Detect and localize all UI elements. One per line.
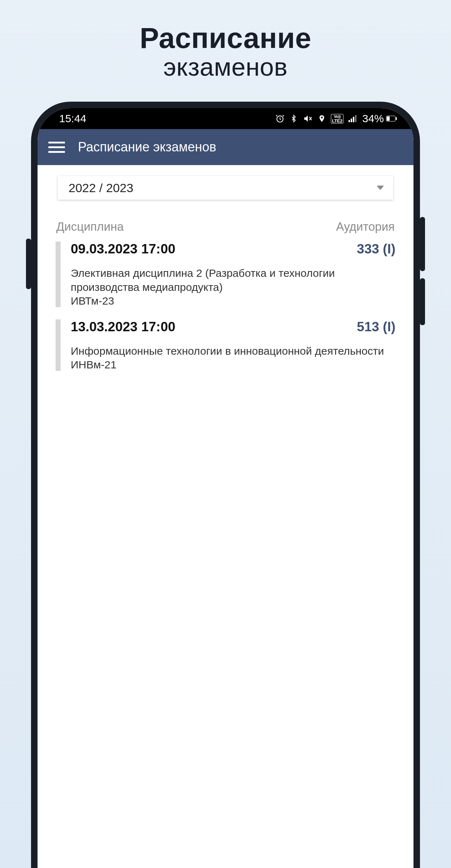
header-discipline: Дисциплина xyxy=(56,220,124,234)
alarm-icon xyxy=(275,114,285,123)
exam-room: 333 (I) xyxy=(357,242,395,257)
signal-icon xyxy=(349,115,357,122)
exam-datetime: 09.03.2023 17:00 xyxy=(71,242,175,257)
phone-side-button-left xyxy=(26,239,31,289)
svg-rect-1 xyxy=(349,120,350,122)
promo-line2: экзаменов xyxy=(0,53,451,81)
battery-indicator: 34% xyxy=(362,112,395,125)
battery-text: 34% xyxy=(362,112,384,125)
status-bar: 15:44 Vo)) LTE2 xyxy=(38,108,413,129)
exam-room: 513 (I) xyxy=(357,319,395,335)
exam-row[interactable]: 09.03.2023 17:00 333 (I) Элективная дисц… xyxy=(56,242,395,307)
status-right: Vo)) LTE2 34% xyxy=(275,112,395,125)
phone-side-button-power xyxy=(420,278,425,325)
column-headers: Дисциплина Аудитория xyxy=(56,220,395,234)
battery-icon xyxy=(386,116,395,121)
promo-heading: Расписание экзаменов xyxy=(0,0,451,81)
network-top: Vo)) xyxy=(334,115,341,119)
exam-group: ИВТм-23 xyxy=(71,295,395,307)
app-bar: Расписание экзаменов xyxy=(38,129,413,165)
phone-frame: 15:44 Vo)) LTE2 xyxy=(31,102,420,868)
network-bottom: LTE2 xyxy=(332,119,342,123)
content-area: 2022 / 2023 Дисциплина Аудитория 09.03.2… xyxy=(38,165,413,371)
exam-accent-bar xyxy=(56,319,61,371)
exam-group: ИНВм-21 xyxy=(71,359,395,371)
menu-button[interactable] xyxy=(48,139,65,155)
svg-rect-3 xyxy=(353,117,354,122)
chevron-down-icon xyxy=(377,186,384,190)
status-time: 15:44 xyxy=(59,112,86,125)
promo-line1: Расписание xyxy=(0,22,451,55)
exam-description: Информационные технологии в инновационно… xyxy=(71,344,395,358)
location-icon xyxy=(318,114,326,123)
svg-rect-4 xyxy=(355,115,356,122)
header-room: Аудитория xyxy=(336,220,395,234)
svg-rect-2 xyxy=(351,119,352,122)
bluetooth-icon xyxy=(290,114,298,123)
exam-row[interactable]: 13.03.2023 17:00 513 (I) Информационные … xyxy=(56,319,395,371)
year-value: 2022 / 2023 xyxy=(69,181,133,195)
phone-screen: 15:44 Vo)) LTE2 xyxy=(38,108,413,868)
phone-side-button-vol xyxy=(420,217,425,271)
exam-accent-bar xyxy=(56,242,61,307)
year-selector[interactable]: 2022 / 2023 xyxy=(58,176,393,200)
network-badge: Vo)) LTE2 xyxy=(331,114,343,124)
exam-datetime: 13.03.2023 17:00 xyxy=(71,319,175,335)
app-bar-title: Расписание экзаменов xyxy=(78,140,216,155)
exam-description: Элективная дисциплина 2 (Разработка и те… xyxy=(71,266,395,294)
mute-icon xyxy=(303,114,313,123)
